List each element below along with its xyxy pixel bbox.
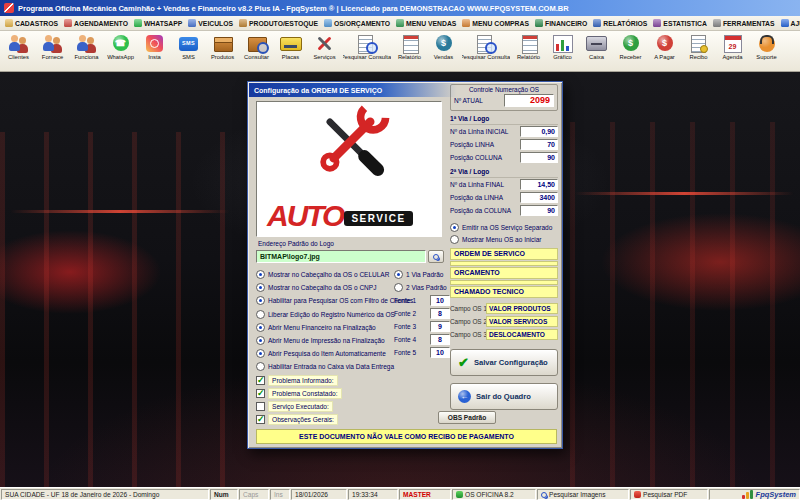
setting-input[interactable]: 70: [520, 139, 558, 150]
toolbar-button-relato-rio[interactable]: Relatório: [512, 32, 545, 70]
toolbar-button-a-pagar[interactable]: $A Pagar: [648, 32, 681, 70]
option-mostrar-no-cabec-alho-da-os-o-celular[interactable]: Mostrar no Cabeçalho da OS o CELULAR: [256, 268, 394, 281]
custom-field-row: Campo OS 1VALOR PRODUTOS: [450, 302, 558, 315]
toolbar-button-vendas[interactable]: $Vendas: [427, 32, 460, 70]
checkbox[interactable]: [256, 402, 265, 411]
checkbox-problema-constatado[interactable]: Problema Constatado:: [256, 387, 416, 400]
menu-item-ajuda[interactable]: AJUDA: [778, 16, 800, 30]
radio-button[interactable]: [450, 235, 459, 244]
radio-button[interactable]: [394, 270, 403, 279]
browse-logo-button[interactable]: [428, 250, 444, 263]
toolbar-button-fornece[interactable]: Fornece: [36, 32, 69, 70]
toolbar-button-pesquisar-consultar[interactable]: Pesquisar Consultar: [461, 32, 511, 70]
toolbar-button-caixa[interactable]: Caixa: [580, 32, 613, 70]
toolbar-button-produtos[interactable]: Produtos: [206, 32, 239, 70]
font-size-input[interactable]: 10: [430, 347, 450, 358]
option-habilitar-entrada-no-caixa-via-data-entrega[interactable]: Habilitar Entrada no Caixa via Data Entr…: [256, 360, 394, 373]
document-title-field[interactable]: [450, 261, 558, 266]
toolbar-button-suporte[interactable]: Suporte: [750, 32, 783, 70]
custom-field-input[interactable]: VALOR SERVICOS: [486, 316, 558, 327]
exit-dialog-button[interactable]: ← Sair do Quadro: [450, 383, 558, 410]
checkbox[interactable]: [256, 389, 265, 398]
document-title-field[interactable]: CHAMADO TECNICO: [450, 286, 558, 298]
option-mostrar-no-cabec-alho-da-os-o-cnpj[interactable]: Mostrar no Cabeçalho da OS o CNPJ: [256, 281, 394, 294]
radio-button[interactable]: [256, 283, 265, 292]
toolbar-button-whatsapp[interactable]: ☎WhatsApp: [104, 32, 137, 70]
save-config-button[interactable]: ✔ Salvar Configuração: [450, 349, 558, 376]
font-size-input[interactable]: 8: [430, 334, 450, 345]
setting-row: Nº da Linha FINAL14,50: [450, 178, 558, 191]
menu-item-menu-compras[interactable]: MENU COMPRAS: [459, 16, 532, 30]
setting-input[interactable]: 90: [520, 205, 558, 216]
toolbar-button-sms[interactable]: SMSSMS: [172, 32, 205, 70]
obs-default-button[interactable]: OBS Padrão: [438, 411, 496, 424]
footer-note-field[interactable]: ESTE DOCUMENTO NÃO VALE COMO RECIBO DE P…: [256, 429, 557, 444]
menu-item-ferramentas[interactable]: FERRAMENTAS: [710, 16, 778, 30]
menu-item-financeiro[interactable]: FINANCEIRO: [532, 16, 590, 30]
option-abrir-pesquisa-do-item-automaticamente[interactable]: Abrir Pesquisa do Item Automaticamente: [256, 347, 394, 360]
via-option-1-via-padra-o[interactable]: 1 Via Padrão: [394, 268, 450, 281]
toolbar-button-recibo[interactable]: Recibo: [682, 32, 715, 70]
menu-item-cadastros[interactable]: CADASTROS: [2, 16, 61, 30]
toolbar-button-servic-os[interactable]: Serviços: [308, 32, 341, 70]
checkbox-observac-o-es-gerais[interactable]: Observações Gerais:: [256, 413, 416, 426]
menu-item-menu-vendas[interactable]: MENU VENDAS: [393, 16, 459, 30]
radio-button[interactable]: [256, 310, 265, 319]
option-abrir-menu-financeiro-na-finalizac-a-o[interactable]: Abrir Menu Financeiro na Finalização: [256, 321, 394, 334]
via-option-2-vias-padra-o[interactable]: 2 Vias Padrão: [394, 281, 450, 294]
radio-button[interactable]: [450, 223, 459, 232]
checkbox-problema-informado[interactable]: Problema Informado:: [256, 374, 416, 387]
font-size-input[interactable]: 9: [430, 321, 450, 332]
option-habilitar-para-pesquisar-os-com-filtro-de-clientes[interactable]: Habilitar para Pesquisar OS com Filtro d…: [256, 294, 394, 307]
radio-option-mostrar-menu-os-ao-iniciar[interactable]: Mostrar Menu OS ao Iniciar: [450, 233, 558, 245]
document-title-field[interactable]: ORDEM DE SERVICO: [450, 248, 558, 260]
menu-item-relato-rios[interactable]: RELATÓRIOS: [590, 16, 650, 30]
option-abrir-menu-de-impressa-o-na-finalizac-a-o[interactable]: Abrir Menu de Impressão na Finalização: [256, 334, 394, 347]
toolbar-button-relato-rio[interactable]: Relatório: [393, 32, 426, 70]
setting-input[interactable]: 14,50: [520, 179, 558, 190]
radio-button[interactable]: [256, 323, 265, 332]
document-title-field[interactable]: ORCAMENTO: [450, 267, 558, 279]
toolbar-button-agenda[interactable]: 29Agenda: [716, 32, 749, 70]
custom-field-input[interactable]: VALOR PRODUTOS: [486, 303, 558, 314]
radio-button[interactable]: [256, 336, 265, 345]
toolbar-button-gra-fico[interactable]: Gráfico: [546, 32, 579, 70]
font-size-input[interactable]: 10: [430, 295, 450, 306]
radio-button[interactable]: [256, 296, 265, 305]
checkbox[interactable]: [256, 415, 265, 424]
toolbar-button-clientes[interactable]: Clientes: [2, 32, 35, 70]
radio-option-emitir-na-os-servic-o-separado[interactable]: Emitir na OS Serviço Separado: [450, 221, 558, 233]
search-images-button[interactable]: Pesquisar Imagens: [537, 489, 629, 500]
toolbar-button-pesquisar-consultar[interactable]: Pesquisar Consultar: [342, 32, 392, 70]
toolbar-label: Agenda: [723, 54, 743, 61]
menu-item-os-orc-amento[interactable]: OS/ORÇAMENTO: [321, 16, 393, 30]
font-size-input[interactable]: 8: [430, 308, 450, 319]
setting-input[interactable]: 90: [520, 152, 558, 163]
dialog-title-bar[interactable]: Configuração da ORDEM DE SERVIÇO: [249, 83, 457, 97]
radio-button[interactable]: [256, 362, 265, 371]
setting-label: Posição COLUNA: [450, 154, 502, 161]
custom-field-input[interactable]: DESLOCAMENTO: [486, 329, 558, 340]
radio-button[interactable]: [256, 270, 265, 279]
current-os-number-input[interactable]: 2099: [504, 94, 554, 107]
checkbox[interactable]: [256, 376, 265, 385]
document-title-field[interactable]: [450, 280, 558, 285]
menu-item-whatsapp[interactable]: WHATSAPP: [131, 16, 185, 30]
radio-button[interactable]: [256, 349, 265, 358]
logo-path-input[interactable]: BITMAP\logo7.jpg: [256, 250, 426, 263]
menu-item-estatistica[interactable]: ESTATISTICA: [650, 16, 710, 30]
toolbar-button-consultar[interactable]: Consultar: [240, 32, 273, 70]
checkbox-servic-o-executado[interactable]: Serviço Executado:: [256, 400, 416, 413]
menu-item-veiculos[interactable]: VEICULOS: [185, 16, 236, 30]
setting-input[interactable]: 0,90: [520, 126, 558, 137]
toolbar-button-receber[interactable]: $Receber: [614, 32, 647, 70]
menu-item-produto-estoque[interactable]: PRODUTO/ESTOQUE: [236, 16, 321, 30]
toolbar-button-placas[interactable]: Placas: [274, 32, 307, 70]
toolbar-button-funciona[interactable]: Funciona: [70, 32, 103, 70]
radio-button[interactable]: [394, 283, 403, 292]
menu-item-agendamento[interactable]: AGENDAMENTO: [61, 16, 131, 30]
search-pdf-button[interactable]: Pesquisar PDF: [630, 489, 708, 500]
option-liberar-edic-a-o-do-registro-nume-rico-da-os[interactable]: Liberar Edição do Registro Numérico da O…: [256, 308, 394, 321]
setting-input[interactable]: 3400: [520, 192, 558, 203]
toolbar-button-insta[interactable]: Insta: [138, 32, 171, 70]
